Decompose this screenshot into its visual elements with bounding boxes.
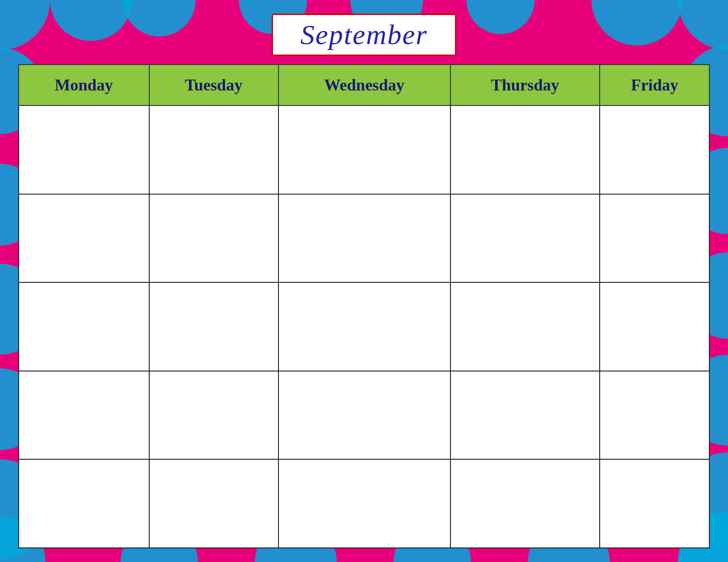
week1-thursday[interactable] xyxy=(450,105,600,194)
week3-thursday[interactable] xyxy=(450,282,600,371)
calendar-week-2 xyxy=(19,194,709,283)
week3-friday[interactable] xyxy=(600,282,709,371)
week3-monday[interactable] xyxy=(19,282,149,371)
week1-monday[interactable] xyxy=(19,105,149,194)
calendar-header-row: Monday Tuesday Wednesday Thursday Friday xyxy=(19,65,709,105)
header-friday: Friday xyxy=(600,65,709,105)
week2-wednesday[interactable] xyxy=(278,194,450,283)
calendar-week-1 xyxy=(19,105,709,194)
week5-tuesday[interactable] xyxy=(149,459,278,548)
header-tuesday: Tuesday xyxy=(149,65,278,105)
week1-friday[interactable] xyxy=(600,105,709,194)
month-title-container: September xyxy=(272,14,456,56)
week3-wednesday[interactable] xyxy=(278,282,450,371)
week4-thursday[interactable] xyxy=(450,371,600,460)
week4-wednesday[interactable] xyxy=(278,371,450,460)
month-title: September xyxy=(300,19,428,50)
header-wednesday: Wednesday xyxy=(278,65,450,105)
week2-monday[interactable] xyxy=(19,194,149,283)
header-monday: Monday xyxy=(19,65,149,105)
week2-friday[interactable] xyxy=(600,194,709,283)
week5-monday[interactable] xyxy=(19,459,149,548)
header-thursday: Thursday xyxy=(450,65,600,105)
week4-friday[interactable] xyxy=(600,371,709,460)
week5-friday[interactable] xyxy=(600,459,709,548)
week3-tuesday[interactable] xyxy=(149,282,278,371)
calendar-table: Monday Tuesday Wednesday Thursday Friday xyxy=(18,64,710,548)
week5-thursday[interactable] xyxy=(450,459,600,548)
week4-monday[interactable] xyxy=(19,371,149,460)
week5-wednesday[interactable] xyxy=(278,459,450,548)
week2-thursday[interactable] xyxy=(450,194,600,283)
week1-tuesday[interactable] xyxy=(149,105,278,194)
calendar-week-5 xyxy=(19,459,709,548)
week2-tuesday[interactable] xyxy=(149,194,278,283)
calendar-week-4 xyxy=(19,371,709,460)
week4-tuesday[interactable] xyxy=(149,371,278,460)
calendar-week-3 xyxy=(19,282,709,371)
week1-wednesday[interactable] xyxy=(278,105,450,194)
